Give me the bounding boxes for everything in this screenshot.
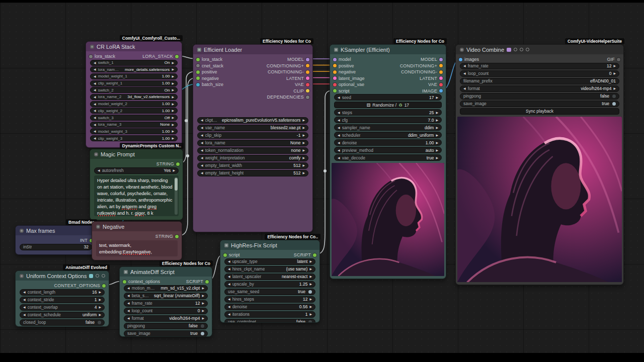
input-slot-lora_stack[interactable]: lora_stack (89, 53, 115, 60)
input-dot-positive[interactable] (196, 70, 200, 74)
button-sync-playback[interactable]: Sync playback (460, 108, 619, 115)
combo-widget-lora_name_2[interactable]: ◀lora_name_23d_flow_v2.safetensors▶ (90, 94, 178, 100)
decrement-arrow-icon[interactable]: ◀ (127, 302, 130, 305)
combo-widget-sampler_name[interactable]: ◀sampler_nameddim▶ (334, 124, 442, 131)
decrement-arrow-icon[interactable]: ◀ (463, 72, 466, 75)
node-titlebar[interactable]: KSampler (Efficient) (330, 45, 446, 54)
decrement-arrow-icon[interactable]: ◀ (23, 298, 26, 301)
combo-widget-autorefresh[interactable]: ◀autorefreshYes▶ (94, 167, 179, 174)
number-widget-steps[interactable]: ◀steps25▶ (334, 109, 442, 116)
input-dot-positive[interactable] (333, 64, 337, 67)
toggle-knob[interactable] (201, 332, 204, 335)
toggle-widget-pingpong[interactable]: pingpongfalse (460, 93, 619, 100)
output-dot-CONDITIONING-[interactable] (306, 70, 309, 74)
increment-arrow-icon[interactable]: ▶ (302, 171, 305, 174)
input-slot-positive[interactable]: positive (196, 69, 223, 75)
increment-arrow-icon[interactable]: ▶ (302, 156, 305, 159)
input-dot-script[interactable] (223, 253, 227, 257)
collapse-dot-icon[interactable] (20, 229, 24, 233)
increment-arrow-icon[interactable]: ▶ (436, 126, 438, 129)
node-titlebar[interactable]: Magic Prompt (90, 149, 183, 159)
input-slot-model[interactable]: model (333, 56, 365, 63)
toggle-widget-pingpong[interactable]: pingpongfalse (124, 323, 208, 329)
increment-arrow-icon[interactable]: ▶ (302, 119, 305, 122)
combo-widget-lora_name[interactable]: ◀lora_nameNone▶ (197, 140, 308, 146)
increment-arrow-icon[interactable]: ▶ (202, 294, 204, 297)
increment-arrow-icon[interactable]: ▶ (172, 103, 174, 106)
input-dot-negative[interactable] (333, 70, 337, 74)
number-widget-empty_latent_height[interactable]: ◀empty_latent_height512▶ (197, 170, 308, 176)
number-widget-context_length[interactable]: ◀context_length16▶ (20, 289, 105, 296)
number-widget-context_stride[interactable]: ◀context_stride1▶ (20, 297, 105, 303)
combo-widget-format[interactable]: ◀formatvideo/h264-mp4▶ (124, 315, 208, 322)
input-slot-script[interactable]: script (333, 88, 365, 95)
prompt-textarea[interactable]: Hyper detailed ultra sharp, trending on … (94, 175, 179, 217)
output-dot-VAE[interactable] (439, 83, 443, 86)
input-dot-context_options[interactable] (123, 280, 126, 284)
output-dot-LATENT[interactable] (306, 76, 309, 80)
combo-widget-switch_1[interactable]: ◀switch_1On▶ (90, 60, 178, 66)
output-slot-STRING[interactable]: STRING (156, 161, 180, 167)
prompt-textarea[interactable]: text, watermark, embedding:EasyNegative,… (96, 240, 178, 257)
number-widget-loop_count[interactable]: ◀loop_count0▶ (460, 70, 619, 77)
decrement-arrow-icon[interactable]: ◀ (338, 96, 340, 99)
collapse-dot-icon[interactable] (20, 274, 24, 278)
output-slot-GIF[interactable]: GIF (607, 56, 620, 63)
increment-arrow-icon[interactable]: ▶ (302, 134, 305, 137)
output-slot-CONTEXT_OPTIONS[interactable]: CONTEXT_OPTIONS (54, 283, 106, 289)
increment-arrow-icon[interactable]: ▶ (99, 313, 101, 316)
output-dot-CONTEXT_OPTIONS[interactable] (102, 284, 106, 288)
input-dot-script[interactable] (333, 89, 337, 93)
output-dot-CONDITIONING+[interactable] (306, 64, 309, 67)
input-dot-batch_size[interactable] (196, 83, 200, 86)
decrement-arrow-icon[interactable]: ◀ (228, 298, 230, 301)
decrement-arrow-icon[interactable]: ◀ (94, 88, 96, 92)
increment-arrow-icon[interactable]: ▶ (172, 75, 174, 78)
decrement-arrow-icon[interactable]: ◀ (94, 96, 96, 99)
number-widget-clip_weight_2[interactable]: ◀clip_weight_21.00▶ (90, 108, 178, 114)
number-widget-upscale_by[interactable]: ◀upscale_by1.25▶ (224, 281, 315, 288)
increment-arrow-icon[interactable]: ▶ (172, 123, 174, 126)
combo-widget-format[interactable]: ◀formatvideo/h264-mp4▶ (460, 85, 619, 92)
toggle-knob[interactable] (308, 320, 312, 323)
text-widget-filename_prefix[interactable]: filename_prefixeffADN00_01 (460, 78, 619, 84)
combo-widget-vae_name[interactable]: ◀vae_nameblessed2.vae.pt▶ (197, 125, 308, 131)
increment-arrow-icon[interactable]: ▶ (302, 126, 305, 129)
increment-arrow-icon[interactable]: ▶ (436, 141, 438, 144)
increment-arrow-icon[interactable]: ▶ (302, 149, 305, 152)
decrement-arrow-icon[interactable]: ◀ (338, 149, 340, 152)
output-slot-LATENT[interactable]: LATENT (267, 75, 309, 82)
toggle-widget-save_image[interactable]: save_imagetrue (124, 330, 208, 337)
increment-arrow-icon[interactable]: ▶ (613, 87, 616, 90)
increment-arrow-icon[interactable]: ▶ (99, 291, 101, 294)
output-slot-LORA_STACK[interactable]: LORA_STACK (142, 53, 179, 60)
combo-widget-switch_2[interactable]: ◀switch_2On▶ (90, 87, 178, 93)
increment-arrow-icon[interactable]: ▶ (99, 298, 101, 301)
node-titlebar[interactable]: AnimateDiff Script (120, 267, 212, 277)
input-slot-batch_size[interactable]: batch_size (196, 81, 223, 88)
output-dot-CLIP[interactable] (306, 89, 309, 93)
combo-widget-latent_upscaler[interactable]: ◀latent_upscalernearest-exact▶ (224, 274, 315, 280)
output-dot-IMAGE[interactable] (439, 89, 443, 93)
decrement-arrow-icon[interactable]: ◀ (228, 275, 230, 278)
decrement-arrow-icon[interactable]: ◀ (228, 283, 230, 286)
increment-arrow-icon[interactable]: ▶ (172, 82, 174, 85)
toggle-widget-use_same_seed[interactable]: use_same_seedtrue (224, 289, 315, 295)
decrement-arrow-icon[interactable]: ◀ (338, 126, 340, 129)
decrement-arrow-icon[interactable]: ◀ (201, 171, 203, 174)
output-slot-STRING[interactable]: STRING (155, 233, 179, 240)
increment-arrow-icon[interactable]: ▶ (436, 149, 438, 152)
node-titlebar[interactable]: Efficient Loader (193, 45, 312, 54)
input-slot-negative[interactable]: negative (333, 69, 365, 75)
output-slot-SCRIPT[interactable]: SCRIPT (294, 252, 316, 258)
output-dot-MODEL[interactable] (306, 58, 309, 61)
decrement-arrow-icon[interactable]: ◀ (338, 141, 340, 144)
decrement-arrow-icon[interactable]: ◀ (127, 317, 130, 320)
decrement-arrow-icon[interactable]: ◀ (463, 64, 466, 67)
input-slot-cnet_stack[interactable]: cnet_stack (196, 63, 223, 69)
decrement-arrow-icon[interactable]: ◀ (228, 313, 230, 316)
number-widget-model_weight_2[interactable]: ◀model_weight_21.00▶ (90, 101, 178, 107)
combo-widget-lora_name_3[interactable]: ◀lora_name_3None▶ (90, 122, 178, 128)
input-slot-context_options[interactable]: context_options (123, 279, 160, 285)
toggle-knob[interactable] (612, 102, 616, 106)
